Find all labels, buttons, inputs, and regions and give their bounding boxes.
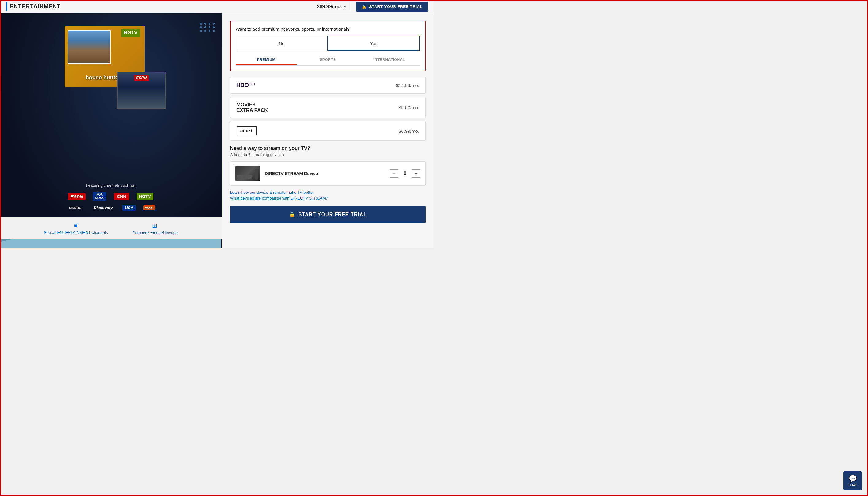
hbomax-card[interactable]: HBOmax $14.99/mo. (230, 77, 425, 94)
header-left: ENTERTAINMENT (6, 2, 61, 11)
increase-qty-button[interactable]: + (412, 169, 420, 178)
lock-icon-bottom: 🔒 (289, 212, 296, 217)
hbomax-price: $14.99/mo. (396, 83, 419, 88)
amc-card[interactable]: amc+ $6.99/mo. (230, 121, 425, 141)
brand-bar (6, 2, 8, 11)
grid-icon: ⊞ (152, 222, 158, 229)
learn-links: Learn how our device & remote make TV be… (230, 190, 425, 201)
yes-no-buttons: No Yes (236, 36, 420, 51)
right-panel: Want to add premium networks, sports, or… (222, 14, 434, 248)
header-right: $69.99/mo. ▾ 🔒 START YOUR FREE TRIAL (317, 2, 428, 12)
list-icon: ≡ (74, 222, 78, 229)
device-image (235, 166, 260, 181)
see-all-label: See all ENTERTAINMENT channels (44, 230, 108, 235)
device-row: DIRECTV STREAM Device − 0 + (230, 161, 425, 186)
small-tv: ESPN (117, 72, 166, 109)
page-title: ENTERTAINMENT (10, 3, 61, 10)
movies-extra-card[interactable]: MOVIESEXTRA PACK $5.00/mo. (230, 97, 425, 118)
price-label: $69.99/mo. (317, 4, 342, 10)
no-button[interactable]: No (236, 36, 328, 51)
hbomax-logo: HBOmax (237, 82, 255, 89)
decrease-qty-button[interactable]: − (390, 169, 398, 178)
house-image (68, 30, 111, 64)
header-cta-label: START YOUR FREE TRIAL (369, 4, 422, 9)
featuring-text: Featuring channels such as: (0, 183, 222, 188)
tab-sports[interactable]: SPORTS (297, 55, 358, 65)
addon-question: Want to add premium networks, sports, or… (236, 26, 420, 32)
bottom-cta-button[interactable]: 🔒 START YOUR FREE TRIAL (230, 206, 425, 223)
header-cta-button[interactable]: 🔒 START YOUR FREE TRIAL (356, 2, 428, 12)
remote-shape (255, 169, 258, 180)
chevron-down-icon: ▾ (344, 4, 346, 9)
main-content: HGTV house hunters ESPN Featuring channe… (0, 14, 434, 248)
left-panel: HGTV house hunters ESPN Featuring channe… (0, 14, 222, 248)
bottom-cta: 🔒 START YOUR FREE TRIAL (230, 206, 425, 223)
compatible-devices-link[interactable]: What devices are compatible with DIRECTV… (230, 196, 425, 201)
quantity-control: − 0 + (390, 169, 420, 178)
addon-box: Want to add premium networks, sports, or… (230, 21, 425, 71)
bottom-links: ≡ See all ENTERTAINMENT channels ⊞ Compa… (0, 217, 222, 239)
amc-logo: amc+ (237, 126, 256, 136)
yes-button[interactable]: Yes (327, 36, 420, 51)
qty-value: 0 (402, 171, 408, 176)
compare-lineups-link[interactable]: ⊞ Compare channel lineups (132, 222, 177, 235)
hgtv-badge: HGTV (121, 29, 139, 37)
see-all-channels-link[interactable]: ≡ See all ENTERTAINMENT channels (44, 222, 108, 235)
tv-mockup: HGTV house hunters ESPN (56, 26, 166, 112)
tab-premium[interactable]: PREMIUM (236, 55, 297, 65)
streaming-title: Need a way to stream on your TV? (230, 145, 425, 151)
amc-price: $6.99/mo. (399, 128, 419, 134)
streaming-subtitle: Add up to 6 streaming devices (230, 152, 425, 157)
compare-label: Compare channel lineups (132, 231, 177, 235)
espn-badge: ESPN (134, 75, 149, 81)
device-box (237, 175, 252, 179)
tab-international[interactable]: INTERNATIONAL (359, 55, 420, 65)
header: ENTERTAINMENT $69.99/mo. ▾ 🔒 START YOUR … (0, 0, 434, 14)
movies-extra-price: $5.00/mo. (399, 105, 419, 110)
tv-small-content: ESPN (118, 72, 165, 108)
learn-device-link[interactable]: Learn how our device & remote make TV be… (230, 190, 425, 195)
lock-icon: 🔒 (361, 4, 367, 9)
movies-extra-logo: MOVIESEXTRA PACK (237, 102, 268, 113)
bottom-cta-label: START YOUR FREE TRIAL (299, 212, 366, 217)
header-divider (351, 2, 351, 11)
dots-decoration (200, 23, 215, 32)
addon-tabs: PREMIUM SPORTS INTERNATIONAL (236, 55, 420, 66)
device-name: DIRECTV STREAM Device (265, 171, 385, 176)
price-selector[interactable]: $69.99/mo. ▾ (317, 4, 346, 10)
streaming-section: Need a way to stream on your TV? Add up … (230, 145, 425, 186)
